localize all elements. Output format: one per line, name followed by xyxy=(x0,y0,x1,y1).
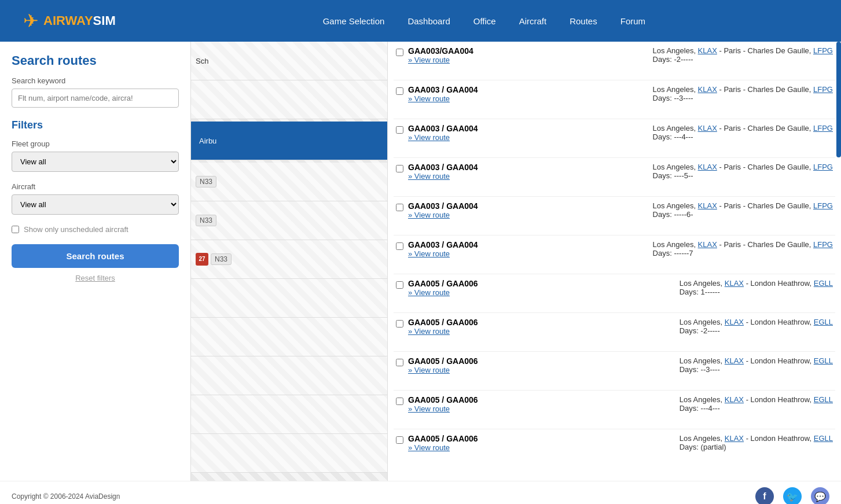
route-days-3: Days: ----5-- xyxy=(653,171,693,180)
from-code-9[interactable]: KLAX xyxy=(725,395,744,404)
logo-sim: SIM xyxy=(93,13,116,28)
to-code-10[interactable]: EGLL xyxy=(814,434,833,443)
fleet-group-select[interactable]: View all xyxy=(12,152,179,172)
route-checkbox-10[interactable] xyxy=(396,436,403,444)
facebook-icon[interactable]: f xyxy=(755,487,774,504)
footer: Copyright © 2006-2024 AviaDesign f 🐦 💬 xyxy=(0,481,841,504)
route-days-2: Days: ---4--- xyxy=(653,133,693,141)
to-code-3[interactable]: LFPG xyxy=(813,163,833,171)
route-separator-0: - Paris - Charles De Gaulle, xyxy=(717,46,813,55)
route-from-city-7: Los Angeles, xyxy=(680,318,725,326)
from-code-8[interactable]: KLAX xyxy=(725,356,744,365)
route-checkbox-5[interactable] xyxy=(396,242,403,250)
routes-list: GAA003/GAA004 » View route Los Angeles, … xyxy=(388,42,841,481)
route-checkbox-1[interactable] xyxy=(396,87,403,95)
to-code-7[interactable]: EGLL xyxy=(814,318,833,326)
to-code-2[interactable]: LFPG xyxy=(813,124,833,133)
route-desc-5: Los Angeles, KLAX - Paris - Charles De G… xyxy=(653,240,833,257)
to-code-0[interactable]: LFPG xyxy=(813,46,833,55)
view-route-link-8[interactable]: » View route xyxy=(408,366,674,374)
route-info-0: GAA003/GAA004 » View route xyxy=(408,46,647,64)
schedule-panel: Sch Airbu N33 N33 27 N33 xyxy=(191,42,388,481)
route-checkbox-9[interactable] xyxy=(396,398,403,405)
route-checkbox-3[interactable] xyxy=(396,165,403,172)
route-days-6: Days: 1------ xyxy=(680,288,720,296)
schedule-airbus-btn[interactable]: Airbu xyxy=(191,122,387,160)
n33-badge-2: N33 xyxy=(196,215,216,226)
from-code-10[interactable]: KLAX xyxy=(725,434,744,443)
route-row: GAA005 / GAA006 » View route Los Angeles… xyxy=(394,313,835,352)
from-code-1[interactable]: KLAX xyxy=(698,85,717,94)
route-name-7: GAA005 / GAA006 xyxy=(408,318,478,327)
nav-forum[interactable]: Forum xyxy=(620,16,645,26)
view-route-link-9[interactable]: » View route xyxy=(408,404,674,413)
route-row: GAA005 / GAA006 » View route Los Angeles… xyxy=(394,352,835,391)
view-route-link-6[interactable]: » View route xyxy=(408,288,674,297)
route-row: GAA003 / GAA004 » View route Los Angeles… xyxy=(394,158,835,197)
nav-dashboard[interactable]: Dashboard xyxy=(407,16,450,26)
route-checkbox-2[interactable] xyxy=(396,126,403,134)
search-routes-button[interactable]: Search routes xyxy=(12,244,179,268)
route-separator-6: - London Heathrow, xyxy=(744,279,814,288)
route-checkbox-4[interactable] xyxy=(396,204,403,211)
nav-routes[interactable]: Routes xyxy=(570,16,597,26)
reset-filters-link[interactable]: Reset filters xyxy=(12,274,179,282)
route-desc-2: Los Angeles, KLAX - Paris - Charles De G… xyxy=(653,124,833,141)
route-days-1: Days: --3---- xyxy=(653,94,693,102)
aircraft-select[interactable]: View all xyxy=(12,194,179,215)
nav-aircraft[interactable]: Aircraft xyxy=(519,16,547,26)
from-code-6[interactable]: KLAX xyxy=(725,279,744,288)
view-route-link-1[interactable]: » View route xyxy=(408,94,647,103)
to-code-8[interactable]: EGLL xyxy=(814,356,833,365)
view-route-link-10[interactable]: » View route xyxy=(408,443,674,452)
from-code-4[interactable]: KLAX xyxy=(698,201,717,210)
nav-game-selection[interactable]: Game Selection xyxy=(323,16,385,26)
scrollbar-indicator[interactable] xyxy=(836,42,841,157)
route-from-city-8: Los Angeles, xyxy=(680,356,725,365)
main-nav: Game Selection Dashboard Office Aircraft… xyxy=(150,16,818,26)
search-input[interactable] xyxy=(12,89,179,108)
view-route-link-3[interactable]: » View route xyxy=(408,172,647,181)
to-code-6[interactable]: EGLL xyxy=(814,279,833,288)
to-code-1[interactable]: LFPG xyxy=(813,85,833,94)
route-desc-6: Los Angeles, KLAX - London Heathrow, EGL… xyxy=(680,279,833,296)
view-route-link-0[interactable]: » View route xyxy=(408,56,647,64)
from-code-2[interactable]: KLAX xyxy=(698,124,717,133)
from-code-3[interactable]: KLAX xyxy=(698,163,717,171)
route-name-6: GAA005 / GAA006 xyxy=(408,279,478,288)
to-code-4[interactable]: LFPG xyxy=(813,201,833,210)
schedule-item-3: N33 xyxy=(191,163,387,201)
view-route-link-4[interactable]: » View route xyxy=(408,211,647,219)
unscheduled-checkbox[interactable] xyxy=(12,226,19,233)
schedule-item-6 xyxy=(191,279,387,318)
route-separator-1: - Paris - Charles De Gaulle, xyxy=(717,85,813,94)
nav-office[interactable]: Office xyxy=(473,16,496,26)
view-route-link-7[interactable]: » View route xyxy=(408,327,674,336)
schedule-item-7 xyxy=(191,318,387,356)
discord-icon[interactable]: 💬 xyxy=(811,487,829,504)
from-code-7[interactable]: KLAX xyxy=(725,318,744,326)
route-from-city-2: Los Angeles, xyxy=(653,124,698,133)
copyright: Copyright © 2006-2024 AviaDesign xyxy=(12,492,120,501)
from-code-0[interactable]: KLAX xyxy=(698,46,717,55)
route-checkbox-6[interactable] xyxy=(396,281,403,289)
view-route-link-5[interactable]: » View route xyxy=(408,249,647,258)
to-code-9[interactable]: EGLL xyxy=(814,395,833,404)
route-row: GAA003/GAA004 » View route Los Angeles, … xyxy=(394,42,835,80)
logo[interactable]: ✈ AIRWAYSIM xyxy=(23,10,116,32)
schedule-item-0: Sch xyxy=(191,42,387,80)
view-route-link-2[interactable]: » View route xyxy=(408,133,647,142)
logo-text: AIRWAYSIM xyxy=(43,13,116,28)
route-checkbox-7[interactable] xyxy=(396,320,403,328)
route-checkbox-0[interactable] xyxy=(396,49,403,56)
route-desc-1: Los Angeles, KLAX - Paris - Charles De G… xyxy=(653,85,833,102)
main-layout: Search routes Search keyword Filters Fle… xyxy=(0,42,841,481)
route-name-5: GAA003 / GAA004 xyxy=(408,240,478,249)
from-code-5[interactable]: KLAX xyxy=(698,240,717,249)
twitter-icon[interactable]: 🐦 xyxy=(783,487,802,504)
route-name-10: GAA005 / GAA006 xyxy=(408,434,478,443)
to-code-5[interactable]: LFPG xyxy=(813,240,833,249)
n33-badge-3: N33 xyxy=(211,253,232,265)
route-checkbox-8[interactable] xyxy=(396,359,403,366)
route-separator-4: - Paris - Charles De Gaulle, xyxy=(717,201,813,210)
